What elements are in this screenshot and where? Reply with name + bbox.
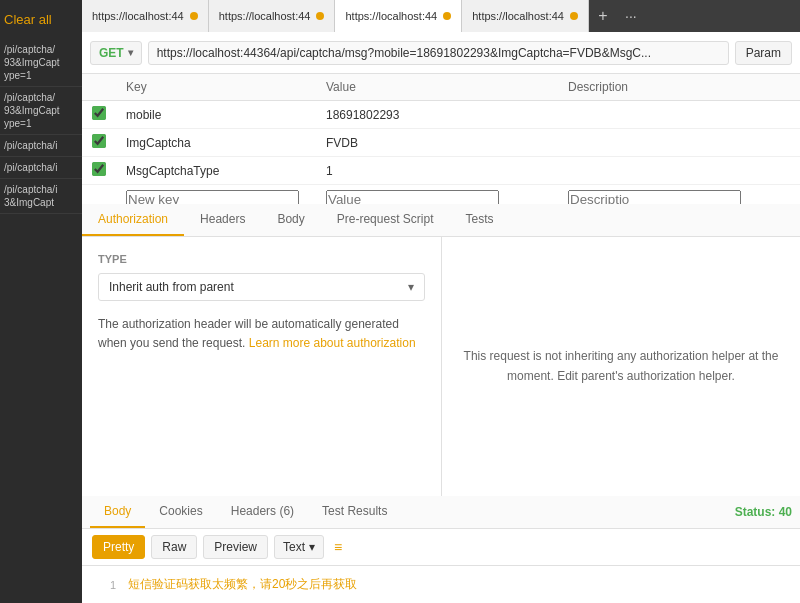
- table-row: mobile 18691802293: [82, 101, 800, 129]
- tab-headers[interactable]: Headers: [184, 204, 261, 236]
- format-chevron-icon: ▾: [309, 540, 315, 554]
- auth-select-chevron-icon: ▾: [408, 280, 414, 294]
- sidebar-items: /pi/captcha/93&ImgCaptype=1 /pi/captcha/…: [0, 39, 82, 214]
- auth-tabs: Authorization Headers Body Pre-request S…: [82, 204, 800, 237]
- tab-dot: [443, 12, 451, 20]
- url-input[interactable]: [148, 41, 729, 65]
- browser-tab-3[interactable]: https://localhost:44: [335, 0, 462, 32]
- preview-button[interactable]: Preview: [203, 535, 268, 559]
- auth-type-select[interactable]: Inherit auth from parent ▾: [98, 273, 425, 301]
- list-item[interactable]: /pi/captcha/i3&ImgCapt: [0, 179, 82, 214]
- new-tab-button[interactable]: +: [589, 0, 617, 32]
- params-button[interactable]: Param: [735, 41, 792, 65]
- format-select[interactable]: Text ▾: [274, 535, 324, 559]
- table-row: MsgCaptchaType 1: [82, 157, 800, 185]
- value-cell: 18691802293: [316, 101, 558, 129]
- raw-button[interactable]: Raw: [151, 535, 197, 559]
- response-tab-body[interactable]: Body: [90, 496, 145, 528]
- row-checkbox-1[interactable]: [92, 106, 106, 120]
- new-key-row: [82, 185, 800, 205]
- description-cell: [558, 129, 800, 157]
- status-value: 40: [779, 505, 792, 519]
- response-tab-headers[interactable]: Headers (6): [217, 496, 308, 528]
- tab-pre-request-script[interactable]: Pre-request Script: [321, 204, 450, 236]
- browser-tab-1[interactable]: https://localhost:44: [82, 0, 209, 32]
- list-item[interactable]: /pi/captcha/i: [0, 135, 82, 157]
- sidebar-header: Clear all: [0, 0, 82, 39]
- tab-dot: [570, 12, 578, 20]
- list-item[interactable]: /pi/captcha/93&ImgCaptype=1: [0, 87, 82, 135]
- tab-body[interactable]: Body: [261, 204, 320, 236]
- response-body: 1 短信验证码获取太频繁，请20秒之后再获取: [82, 566, 800, 603]
- value-cell: 1: [316, 157, 558, 185]
- format-icon[interactable]: ≡: [334, 539, 342, 555]
- new-description-input[interactable]: [568, 190, 741, 204]
- body-toolbar: Pretty Raw Preview Text ▾ ≡: [82, 529, 800, 566]
- table-row: ImgCaptcha FVDB: [82, 129, 800, 157]
- row-checkbox-3[interactable]: [92, 162, 106, 176]
- response-tabs-bar: Body Cookies Headers (6) Test Results St…: [82, 496, 800, 529]
- auth-right-panel: This request is not inheriting any autho…: [442, 237, 800, 496]
- tab-label: https://localhost:44: [219, 10, 311, 22]
- description-column-header: Description: [558, 74, 800, 101]
- browser-tab-2[interactable]: https://localhost:44: [209, 0, 336, 32]
- key-cell: mobile: [116, 101, 316, 129]
- browser-tab-4[interactable]: https://localhost:44: [462, 0, 589, 32]
- params-section: Key Value Description mobile 18691802293: [82, 74, 800, 204]
- params-table: Key Value Description mobile 18691802293: [82, 74, 800, 204]
- auth-panel: TYPE Inherit auth from parent ▾ The auth…: [82, 237, 800, 496]
- tab-dot: [316, 12, 324, 20]
- tab-label: https://localhost:44: [345, 10, 437, 22]
- key-cell: ImgCaptcha: [116, 129, 316, 157]
- line-number: 1: [92, 579, 116, 591]
- method-chevron-icon: ▾: [128, 47, 133, 58]
- clear-all-button[interactable]: Clear all: [4, 8, 78, 31]
- response-line-1: 1 短信验证码获取太频繁，请20秒之后再获取: [82, 574, 800, 595]
- more-tabs-button[interactable]: ···: [617, 0, 645, 32]
- new-key-input[interactable]: [126, 190, 299, 204]
- list-item[interactable]: /pi/captcha/93&ImgCaptype=1: [0, 39, 82, 87]
- tab-label: https://localhost:44: [472, 10, 564, 22]
- tab-dot: [190, 12, 198, 20]
- value-column-header: Value: [316, 74, 558, 101]
- value-cell: FVDB: [316, 129, 558, 157]
- tab-label: https://localhost:44: [92, 10, 184, 22]
- line-content: 短信验证码获取太频繁，请20秒之后再获取: [128, 576, 357, 593]
- right-panel: https://localhost:44 https://localhost:4…: [82, 0, 800, 603]
- status-label: Status:: [735, 505, 776, 519]
- method-label: GET: [99, 46, 124, 60]
- key-column-header: Key: [116, 74, 316, 101]
- auth-left-panel: TYPE Inherit auth from parent ▾ The auth…: [82, 237, 442, 496]
- auth-type-value: Inherit auth from parent: [109, 280, 234, 294]
- type-label: TYPE: [98, 253, 425, 265]
- method-button[interactable]: GET ▾: [90, 41, 142, 65]
- tabs-bar: https://localhost:44 https://localhost:4…: [82, 0, 800, 32]
- auth-right-text: This request is not inheriting any autho…: [458, 347, 784, 385]
- description-cell: [558, 101, 800, 129]
- auth-learn-more-link[interactable]: Learn more about authorization: [249, 336, 416, 350]
- format-label: Text: [283, 540, 305, 554]
- tab-tests[interactable]: Tests: [449, 204, 509, 236]
- url-bar: GET ▾ Param: [82, 32, 800, 74]
- new-value-input[interactable]: [326, 190, 499, 204]
- response-tab-test-results[interactable]: Test Results: [308, 496, 401, 528]
- tab-authorization[interactable]: Authorization: [82, 204, 184, 236]
- key-cell: MsgCaptchaType: [116, 157, 316, 185]
- row-checkbox-2[interactable]: [92, 134, 106, 148]
- auth-description: The authorization header will be automat…: [98, 315, 425, 353]
- pretty-button[interactable]: Pretty: [92, 535, 145, 559]
- response-status: Status: 40: [735, 505, 792, 519]
- list-item[interactable]: /pi/captcha/i: [0, 157, 82, 179]
- response-tab-cookies[interactable]: Cookies: [145, 496, 216, 528]
- sidebar: Clear all /pi/captcha/93&ImgCaptype=1 /p…: [0, 0, 82, 603]
- description-cell: [558, 157, 800, 185]
